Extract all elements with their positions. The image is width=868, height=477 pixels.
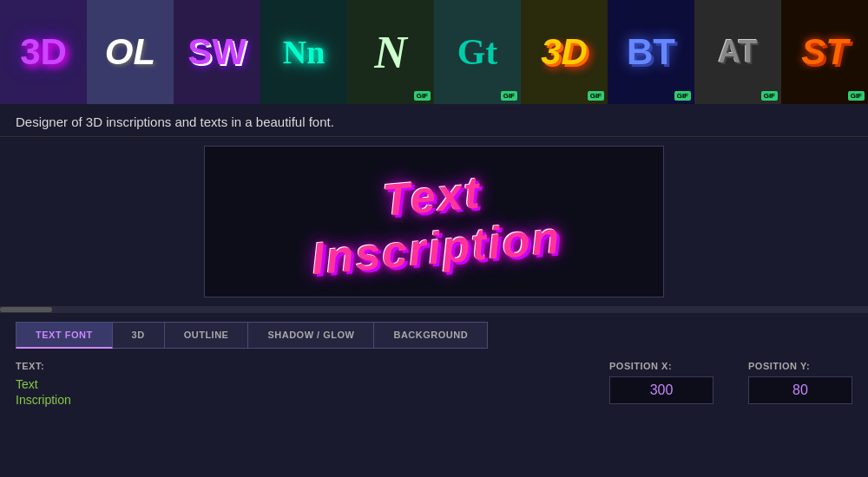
tab-outline[interactable]: OUTLINE [165, 322, 249, 349]
position-x-label: POSITION X: [609, 361, 713, 371]
tab-3d[interactable]: 3D [113, 322, 165, 349]
tab-background[interactable]: BACKGROUND [374, 322, 488, 349]
position-fields: POSITION X: POSITION Y: [609, 361, 852, 404]
style-item-sw-purple[interactable]: SW [174, 0, 260, 104]
text-label: TEXT: [16, 361, 71, 371]
style-item-3d-yellow[interactable]: 3D GIF [521, 0, 608, 104]
tab-text-font[interactable]: TEXT FONT [16, 322, 113, 349]
gif-badge: GIF [674, 91, 691, 101]
gif-badge: GIF [501, 91, 517, 101]
tabs-row: TEXT FONT 3D OUTLINE SHADOW / GLOW BACKG… [0, 313, 868, 349]
position-y-group: POSITION Y: [748, 361, 852, 404]
style-item-st-orange[interactable]: ST GIF [781, 0, 868, 104]
scroll-thumb [0, 307, 52, 312]
text-field-group: TEXT: Text Inscription [16, 361, 71, 408]
canvas-area: Text Inscription [0, 137, 868, 306]
text-line2: Inscription [16, 392, 71, 408]
style-item-ol-white[interactable]: OL [87, 0, 174, 104]
position-y-input[interactable] [748, 376, 852, 404]
position-x-input[interactable] [609, 376, 713, 404]
canvas-box: Text Inscription [204, 146, 664, 297]
gif-badge: GIF [588, 91, 604, 101]
tab-shadow-glow[interactable]: SHADOW / GLOW [248, 322, 374, 349]
bottom-panel: TEXT: Text Inscription POSITION X: POSIT… [0, 349, 868, 420]
style-item-gt-teal[interactable]: Gt GIF [434, 0, 521, 104]
gif-badge: GIF [848, 91, 865, 101]
position-x-group: POSITION X: [609, 361, 713, 404]
position-y-label: POSITION Y: [748, 361, 852, 371]
text-line1: Text [16, 376, 71, 392]
scroll-indicator[interactable] [0, 306, 868, 313]
style-item-nn-neon[interactable]: Nn [260, 0, 347, 104]
gif-badge: GIF [414, 91, 431, 101]
style-item-at-gray[interactable]: AT GIF [694, 0, 781, 104]
style-item-n-italic[interactable]: N GIF [347, 0, 434, 104]
subtitle: Designer of 3D inscriptions and texts in… [0, 104, 868, 137]
style-item-3d-purple[interactable]: 3D [0, 0, 87, 104]
canvas-text-container: Text Inscription [305, 159, 562, 284]
text-value: Text Inscription [16, 376, 71, 408]
style-gallery: 3D OL SW Nn N GIF Gt GIF 3D GIF BT GIF A… [0, 0, 868, 104]
gif-badge: GIF [761, 91, 778, 101]
style-item-bt-blue[interactable]: BT GIF [608, 0, 694, 104]
